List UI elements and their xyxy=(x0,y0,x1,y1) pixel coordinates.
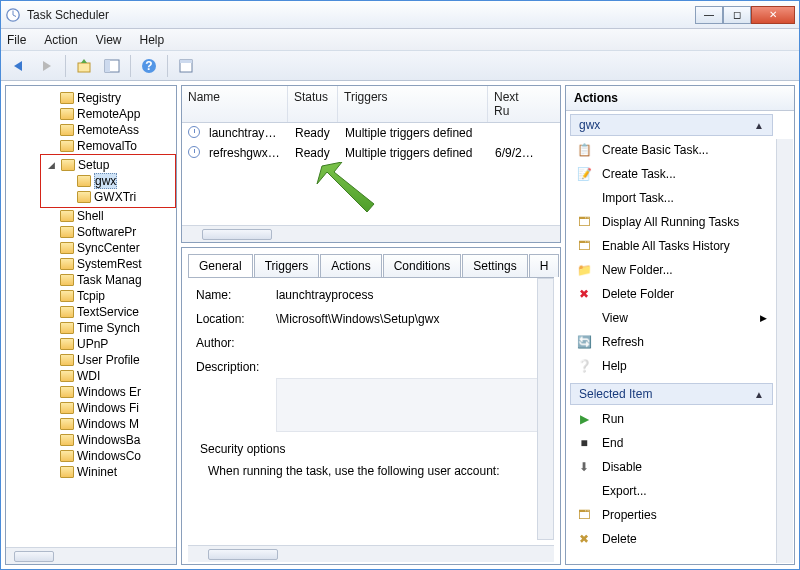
close-button[interactable]: ✕ xyxy=(751,6,795,24)
col-triggers[interactable]: Triggers xyxy=(338,86,488,122)
tree-item[interactable]: UPnP xyxy=(60,336,176,352)
actions-pane: Actions gwx ▲ 📋Create Basic Task...📝Crea… xyxy=(565,85,795,565)
action-item[interactable]: View▶ xyxy=(572,306,771,330)
properties-button[interactable] xyxy=(174,54,198,78)
tree-item[interactable]: WindowsCo xyxy=(60,448,176,464)
action-item[interactable]: 🔄Refresh xyxy=(572,330,771,354)
main-body: Registry RemoteApp RemoteAss RemovalTo ◢… xyxy=(1,81,799,569)
menu-action[interactable]: Action xyxy=(44,33,77,47)
col-next[interactable]: Next Ru xyxy=(488,86,540,122)
tree-item[interactable]: Windows Er xyxy=(60,384,176,400)
tab-actions[interactable]: Actions xyxy=(320,254,381,277)
tree-item-setup[interactable]: ◢ Setup xyxy=(41,157,173,173)
task-icon xyxy=(188,126,200,138)
tree-item[interactable]: Task Manag xyxy=(60,272,176,288)
tree-item[interactable]: RemoteAss xyxy=(60,122,176,138)
tree-item[interactable]: Registry xyxy=(60,90,176,106)
expand-icon[interactable]: ◢ xyxy=(48,160,58,170)
back-button[interactable] xyxy=(7,54,31,78)
list-scrollbar-h[interactable] xyxy=(182,225,560,242)
tree-item-gwxtri[interactable]: GWXTri xyxy=(77,189,173,205)
folder-tree[interactable]: Registry RemoteApp RemoteAss RemovalTo ◢… xyxy=(6,86,176,547)
tree-item[interactable]: RemovalTo xyxy=(60,138,176,154)
menu-view[interactable]: View xyxy=(96,33,122,47)
actions-section-selected[interactable]: Selected Item ▲ xyxy=(570,383,773,405)
menu-file[interactable]: File xyxy=(7,33,26,47)
action-icon: ⬇ xyxy=(576,459,592,475)
help-button[interactable]: ? xyxy=(137,54,161,78)
action-label: Disable xyxy=(602,460,642,474)
action-item[interactable]: Import Task... xyxy=(572,186,771,210)
action-label: Enable All Tasks History xyxy=(602,239,730,253)
action-icon: ■ xyxy=(576,435,592,451)
tree-item[interactable]: RemoteApp xyxy=(60,106,176,122)
action-item[interactable]: 🗔Properties xyxy=(572,503,771,527)
window-title: Task Scheduler xyxy=(27,8,695,22)
action-item[interactable]: ❔Help xyxy=(572,354,771,378)
action-item[interactable]: 🗔Enable All Tasks History xyxy=(572,234,771,258)
menubar: File Action View Help xyxy=(1,29,799,51)
action-item[interactable]: 📁New Folder... xyxy=(572,258,771,282)
forward-button[interactable] xyxy=(35,54,59,78)
action-item[interactable]: ✖Delete Folder xyxy=(572,282,771,306)
tree-item[interactable]: Shell xyxy=(60,208,176,224)
tab-conditions[interactable]: Conditions xyxy=(383,254,462,277)
tree-item[interactable]: Windows M xyxy=(60,416,176,432)
tree-item[interactable]: SoftwarePr xyxy=(60,224,176,240)
tree-scrollbar-h[interactable] xyxy=(6,547,176,564)
action-icon xyxy=(576,310,592,326)
description-box xyxy=(276,378,546,432)
tree-item[interactable]: User Profile xyxy=(60,352,176,368)
details-scrollbar-h[interactable] xyxy=(188,545,554,562)
tab-triggers[interactable]: Triggers xyxy=(254,254,320,277)
col-name[interactable]: Name xyxy=(182,86,288,122)
action-label: Export... xyxy=(602,484,647,498)
tree-item[interactable]: SystemRest xyxy=(60,256,176,272)
window-buttons: — ◻ ✕ xyxy=(695,6,795,24)
tree-item[interactable]: TextService xyxy=(60,304,176,320)
action-item[interactable]: ■End xyxy=(572,431,771,455)
actions-scrollbar-v[interactable] xyxy=(776,139,793,563)
action-item[interactable]: 🗔Display All Running Tasks xyxy=(572,210,771,234)
action-icon: ▶ xyxy=(576,411,592,427)
tree-item[interactable]: Time Synch xyxy=(60,320,176,336)
show-hide-tree-button[interactable] xyxy=(100,54,124,78)
action-item[interactable]: ▶Run xyxy=(572,407,771,431)
middle-pane: Name Status Triggers Next Ru launchtrayp… xyxy=(181,85,561,565)
action-icon: 📋 xyxy=(576,142,592,158)
action-icon: 📝 xyxy=(576,166,592,182)
minimize-button[interactable]: — xyxy=(695,6,723,24)
tree-item[interactable]: WindowsBa xyxy=(60,432,176,448)
action-icon: 📁 xyxy=(576,262,592,278)
tab-general[interactable]: General xyxy=(188,254,253,277)
details-scrollbar-v[interactable] xyxy=(537,278,554,540)
action-item[interactable]: ✖Delete xyxy=(572,527,771,551)
action-item[interactable]: ⬇Disable xyxy=(572,455,771,479)
tree-item[interactable]: Windows Fi xyxy=(60,400,176,416)
tab-history[interactable]: H xyxy=(529,254,560,277)
action-icon xyxy=(576,483,592,499)
task-row[interactable]: launchtraypr... Ready Multiple triggers … xyxy=(182,123,560,143)
menu-help[interactable]: Help xyxy=(140,33,165,47)
task-list-header: Name Status Triggers Next Ru xyxy=(182,86,560,123)
action-icon: 🗔 xyxy=(576,214,592,230)
task-row[interactable]: refreshgwxc... Ready Multiple triggers d… xyxy=(182,143,560,163)
action-item[interactable]: 📝Create Task... xyxy=(572,162,771,186)
col-status[interactable]: Status xyxy=(288,86,338,122)
action-item[interactable]: Export... xyxy=(572,479,771,503)
tree-item-gwx[interactable]: gwx xyxy=(77,173,173,189)
task-list-rows: launchtraypr... Ready Multiple triggers … xyxy=(182,123,560,225)
action-item[interactable]: 📋Create Basic Task... xyxy=(572,138,771,162)
action-icon: 🗔 xyxy=(576,238,592,254)
actions-section-gwx[interactable]: gwx ▲ xyxy=(570,114,773,136)
tab-settings[interactable]: Settings xyxy=(462,254,527,277)
tree-item[interactable]: Wininet xyxy=(60,464,176,480)
tree-item[interactable]: Tcpip xyxy=(60,288,176,304)
tree-item[interactable]: SyncCenter xyxy=(60,240,176,256)
tree-item[interactable]: WDI xyxy=(60,368,176,384)
up-button[interactable] xyxy=(72,54,96,78)
maximize-button[interactable]: ◻ xyxy=(723,6,751,24)
action-icon: 🗔 xyxy=(576,507,592,523)
app-icon xyxy=(5,7,21,23)
action-label: End xyxy=(602,436,623,450)
